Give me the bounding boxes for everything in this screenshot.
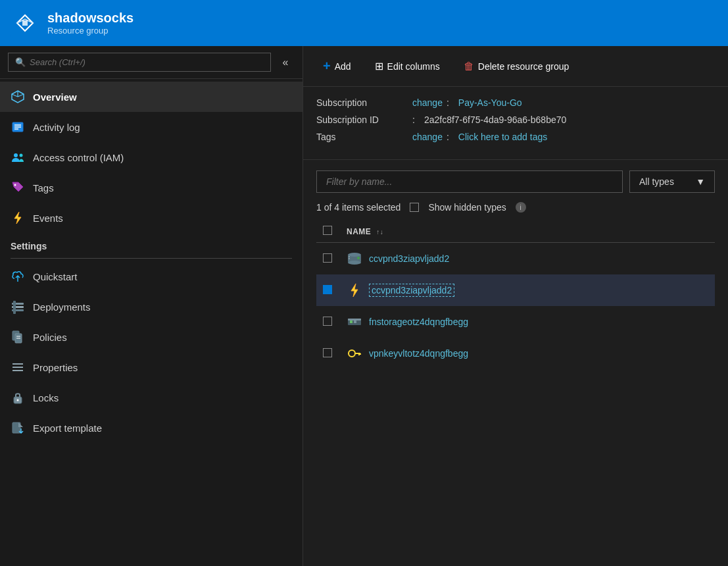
subscription-label: Subscription (316, 97, 408, 108)
table-row: vpnkeyvltotz4dqngfbegg (316, 338, 715, 369)
search-icon: 🔍 (15, 57, 26, 67)
cube-icon (11, 90, 25, 104)
name-column-header: NAME ↑↓ (340, 220, 715, 243)
resource-type-icon (347, 314, 362, 330)
sidebar-item-activity-log-label: Activity log (33, 122, 80, 133)
main-layout: 🔍 « Overview (0, 46, 728, 566)
filter-by-name-input[interactable] (316, 170, 623, 193)
subscription-value-link[interactable]: Pay-As-You-Go (458, 97, 522, 108)
export-icon (11, 421, 25, 435)
resource-name-link[interactable]: ccvpnd3ziapvljadd2 (369, 253, 449, 264)
deployments-icon (11, 299, 25, 314)
sidebar: 🔍 « Overview (0, 46, 303, 566)
content-pane: + Add ⊞ Edit columns 🗑 Delete resource g… (303, 46, 728, 566)
resource-name-link[interactable]: fnstorageotz4dqngfbegg (369, 317, 468, 327)
sidebar-item-locks[interactable]: Locks (0, 382, 303, 413)
edit-columns-label: Edit columns (387, 61, 440, 72)
sidebar-item-access-control-label: Access control (IAM) (33, 152, 124, 163)
sort-icon[interactable]: ↑↓ (376, 228, 383, 236)
subscription-id-value: 2a2fc8f7-6f75-4da9-96a6-b68be70 (424, 115, 566, 125)
search-wrapper[interactable]: 🔍 (8, 53, 271, 72)
tags-row: Tags change : Click here to add tags (316, 132, 715, 142)
people-icon (11, 150, 25, 165)
sidebar-item-quickstart[interactable]: Quickstart (0, 261, 303, 292)
delete-resource-group-button[interactable]: 🗑 Delete resource group (454, 56, 579, 77)
svg-point-7 (20, 154, 23, 157)
resources-section: All types ▼ 1 of 4 items selected Show h… (303, 160, 728, 566)
show-hidden-label: Show hidden types (428, 202, 506, 213)
resource-name-link[interactable]: ccvpnd3ziapvljadd2 (369, 284, 454, 297)
info-section: Subscription change : Pay-As-You-Go Subs… (303, 87, 728, 160)
policies-icon (11, 330, 25, 344)
sidebar-item-export-template[interactable]: Export template (0, 413, 303, 443)
info-icon[interactable]: i (516, 202, 526, 213)
sidebar-item-tags[interactable]: Tags (0, 172, 303, 203)
tags-change-link[interactable]: change (412, 132, 443, 142)
toolbar: + Add ⊞ Edit columns 🗑 Delete resource g… (303, 46, 728, 87)
table-row: ccvpnd3ziapvljadd2 (316, 243, 715, 275)
sidebar-item-quickstart-label: Quickstart (33, 271, 78, 282)
sidebar-item-activity-log[interactable]: Activity log (0, 112, 303, 142)
collapse-sidebar-button[interactable]: « (276, 53, 295, 72)
add-button[interactable]: + Add (314, 54, 360, 78)
svg-rect-30 (348, 319, 361, 321)
svg-point-28 (349, 258, 350, 259)
cloud-upload-icon (11, 269, 25, 284)
subscription-change-link[interactable]: change (412, 97, 443, 108)
subscription-id-label: Subscription ID (316, 115, 408, 125)
all-types-dropdown[interactable]: All types ▼ (629, 170, 715, 193)
sidebar-item-deployments[interactable]: Deployments (0, 292, 303, 322)
selection-count-text: 1 of 4 items selected (316, 202, 400, 213)
colon3: : (447, 132, 449, 142)
row-checkbox[interactable] (323, 317, 332, 326)
subscription-row: Subscription change : Pay-As-You-Go (316, 97, 715, 108)
tags-label: Tags (316, 132, 408, 142)
sidebar-item-properties-label: Properties (33, 362, 78, 373)
svg-point-27 (349, 256, 350, 257)
sidebar-item-policies-label: Policies (33, 332, 67, 343)
edit-columns-button[interactable]: ⊞ Edit columns (366, 55, 449, 77)
sidebar-item-export-template-label: Export template (33, 423, 102, 434)
app-logo (11, 9, 39, 38)
show-hidden-checkbox[interactable] (410, 203, 419, 212)
filter-row: All types ▼ (316, 170, 715, 193)
svg-point-26 (357, 257, 360, 259)
svg-rect-31 (350, 321, 352, 323)
svg-point-6 (14, 153, 18, 157)
dropdown-chevron-icon: ▼ (696, 176, 705, 187)
sidebar-item-overview[interactable]: Overview (0, 82, 303, 112)
search-input[interactable] (30, 57, 264, 67)
sidebar-item-deployments-label: Deployments (33, 301, 91, 313)
trash-icon: 🗑 (464, 61, 474, 72)
add-button-label: Add (335, 61, 351, 72)
delete-button-label: Delete resource group (478, 61, 570, 72)
plus-icon: + (323, 59, 331, 74)
svg-rect-32 (354, 321, 356, 323)
colon2: : (412, 115, 415, 125)
sidebar-item-policies[interactable]: Policies (0, 322, 303, 352)
app-name: shadowsocks (47, 11, 133, 26)
row-checkbox[interactable] (323, 348, 332, 357)
sidebar-item-events[interactable]: Events (0, 203, 303, 233)
sidebar-item-events-label: Events (33, 213, 63, 224)
svg-point-33 (349, 350, 355, 357)
sidebar-item-access-control[interactable]: Access control (IAM) (0, 142, 303, 172)
resource-type-icon (347, 346, 362, 361)
top-header: shadowsocks Resource group (0, 0, 728, 46)
resources-table: NAME ↑↓ ccvpnd3ziapvljadd2ccvpnd3ziapvlj… (316, 220, 715, 369)
colon1: : (447, 97, 449, 108)
select-all-checkbox[interactable] (323, 226, 332, 235)
resource-type-icon (347, 251, 362, 267)
subscription-id-row: Subscription ID : 2a2fc8f7-6f75-4da9-96a… (316, 115, 715, 125)
svg-point-21 (17, 399, 19, 401)
all-types-label: All types (639, 176, 674, 187)
resource-name-link[interactable]: vpnkeyvltotz4dqngfbegg (369, 348, 468, 359)
sidebar-item-overview-label: Overview (33, 91, 77, 103)
columns-icon: ⊞ (375, 60, 383, 72)
row-checkbox[interactable] (323, 285, 332, 294)
row-checkbox[interactable] (323, 253, 332, 263)
sidebar-item-properties[interactable]: Properties (0, 352, 303, 382)
tags-value-link[interactable]: Click here to add tags (458, 132, 547, 142)
svg-rect-1 (22, 20, 28, 26)
settings-header: Settings (0, 233, 303, 255)
